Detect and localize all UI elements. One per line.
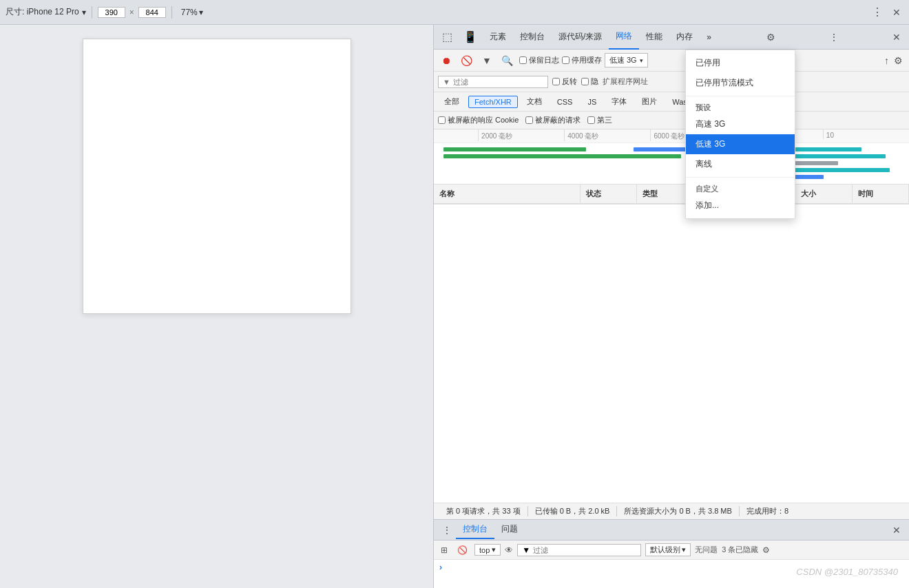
third-party-checkbox[interactable]: 第三 — [587, 115, 612, 125]
tab-performance[interactable]: 性能 — [639, 25, 669, 50]
tab-memory[interactable]: 内存 — [669, 25, 700, 50]
type-tab-img[interactable]: 图片 — [636, 94, 663, 109]
separator — [92, 6, 92, 19]
type-tab-js[interactable]: JS — [581, 96, 603, 108]
network-table: 名称 状态 类型 启动器 大小 时间 — [434, 185, 909, 503]
dropdown-offline[interactable]: 离线 — [686, 154, 795, 174]
console-tab-issues[interactable]: 问题 — [494, 521, 525, 539]
nav-gear-icon[interactable]: ⚙ — [761, 28, 781, 47]
tab-console[interactable]: 控制台 — [513, 25, 552, 50]
reverse-checkbox[interactable]: 反转 — [552, 76, 577, 87]
console-tab-dots[interactable]: ⋮ — [438, 525, 456, 536]
import-icon[interactable]: ↑ — [884, 55, 889, 66]
dropdown-disabled-throttle[interactable]: 已停用节流模式 — [686, 73, 795, 93]
dropdown-fast3g[interactable]: 高速 3G — [686, 114, 795, 134]
disable-cache-checkbox[interactable]: 停用缓存 — [562, 55, 602, 65]
status-requests: 第 0 项请求，共 33 项 — [439, 506, 528, 516]
status-bar: 第 0 项请求，共 33 项 已传输 0 B，共 2.0 kB 所选资源大小为 … — [434, 503, 909, 519]
dropdown-disabled[interactable]: 已停用 — [686, 53, 795, 73]
timeline-bars — [434, 143, 909, 185]
top-dots-menu[interactable]: ⋮ — [869, 6, 886, 19]
type-tab-font[interactable]: 字体 — [605, 94, 633, 109]
network-speed-selector[interactable]: 低速 3G ▾ — [605, 53, 648, 67]
dropdown-slow3g[interactable]: 低速 3G — [686, 134, 795, 154]
console-context-label: top — [479, 546, 490, 554]
timeline-area: 2000 毫秒 4000 毫秒 6000 毫秒 8000 毫秒 10 — [434, 129, 909, 185]
hide-data-checkbox[interactable]: 隐 — [581, 76, 598, 87]
tab-network[interactable]: 网络 — [609, 25, 639, 50]
ruler-mark-end: 10 — [823, 129, 909, 139]
console-toolbar: ⊞ 🚫 top ▾ 👁 ▼ 默认级别 ▾ 无问题 3 条已隐藏 ⚙ — [434, 540, 909, 560]
type-tab-fetch[interactable]: Fetch/XHR — [468, 96, 518, 108]
network-gear-icon[interactable]: ⚙ — [892, 53, 905, 68]
extension-url-label: 扩展程序网址 — [603, 76, 648, 87]
top-bar-right: ⋮ ✕ — [869, 6, 903, 19]
console-hidden-count: 3 条已隐藏 — [722, 545, 758, 555]
nav-inspect-icon[interactable]: ⬚ — [437, 26, 458, 48]
th-status[interactable]: 状态 — [581, 185, 637, 203]
tab-more[interactable]: » — [700, 25, 718, 50]
top-bar-left: 尺寸: iPhone 12 Pro ▾ × 77% ▾ — [6, 6, 207, 19]
dropdown-add[interactable]: 添加... — [686, 196, 795, 216]
console-filter-input[interactable] — [533, 546, 629, 554]
console-close-btn[interactable]: ✕ — [888, 525, 905, 536]
type-tab-doc[interactable]: 文档 — [521, 94, 548, 109]
console-level-label: 默认级别 — [650, 545, 680, 555]
type-tab-css[interactable]: CSS — [551, 96, 579, 108]
preserve-log-checkbox[interactable]: 保留日志 — [519, 55, 559, 65]
type-tab-all[interactable]: 全部 — [438, 94, 466, 109]
dropdown-section-disabled: 已停用 已停用节流模式 — [686, 50, 795, 96]
ruler-mark-2000: 2000 毫秒 — [478, 129, 564, 141]
console-body: › — [434, 560, 909, 588]
dropdown-section-custom: 自定义 添加... — [686, 178, 795, 218]
nav-dots-icon[interactable]: ⋮ — [824, 28, 844, 47]
record-button[interactable]: ⏺ — [438, 53, 454, 68]
preserve-log-label: 保留日志 — [529, 55, 559, 65]
filter-icon: ▼ — [443, 78, 450, 86]
tab-elements[interactable]: 元素 — [483, 25, 513, 50]
status-time: 完成用时：8 — [740, 506, 795, 516]
table-header: 名称 状态 类型 启动器 大小 时间 — [434, 185, 909, 204]
console-tab-console[interactable]: 控制台 — [456, 521, 494, 539]
zoom-selector[interactable]: 77% ▾ — [178, 6, 207, 19]
nav-close-icon[interactable]: ✕ — [887, 28, 906, 47]
reverse-label: 反转 — [562, 76, 577, 87]
network-speed-dropdown: 已停用 已停用节流模式 预设 高速 3G 低速 3G 离线 自定义 添加... — [685, 50, 795, 219]
console-clear-icon[interactable]: 🚫 — [454, 544, 470, 556]
search-button[interactable]: 🔍 — [498, 53, 516, 68]
blocked-request-checkbox[interactable]: 被屏蔽的请求 — [525, 115, 581, 125]
console-prompt: › — [439, 563, 903, 572]
timeline-bar-2 — [443, 154, 681, 158]
filter-input[interactable] — [453, 78, 536, 86]
third-party-label: 第三 — [597, 115, 612, 125]
dropdown-preset-label: 预设 — [686, 99, 795, 114]
th-name[interactable]: 名称 — [434, 185, 581, 203]
console-gear-icon[interactable]: ⚙ — [762, 545, 770, 555]
device-dropdown-icon: ▾ — [82, 8, 86, 17]
tab-sources[interactable]: 源代码/来源 — [552, 25, 609, 50]
console-context-selector[interactable]: top ▾ — [474, 544, 501, 556]
hide-data-label: 隐 — [591, 76, 598, 87]
clear-button[interactable]: 🚫 — [457, 53, 476, 68]
separator2 — [171, 6, 172, 19]
top-close-btn[interactable]: ✕ — [890, 7, 903, 18]
zoom-label: 77% — [181, 8, 198, 17]
nav-device-icon[interactable]: 📱 — [458, 26, 483, 48]
console-tabs: ⋮ 控制台 问题 ✕ — [434, 520, 909, 540]
filter-row: ▼ 反转 隐 扩展程序网址 — [434, 72, 909, 92]
console-sidebar-icon[interactable]: ⊞ — [438, 544, 450, 556]
th-size[interactable]: 大小 — [795, 185, 852, 203]
dropdown-custom-label: 自定义 — [686, 180, 795, 196]
console-eye-icon[interactable]: 👁 — [505, 545, 513, 555]
speed-label: 低速 3G — [609, 55, 637, 65]
height-input[interactable] — [138, 7, 166, 18]
th-time[interactable]: 时间 — [853, 185, 909, 203]
filter-input-container: ▼ — [438, 76, 548, 88]
filter-button[interactable]: ▼ — [479, 53, 495, 68]
device-selector[interactable]: 尺寸: iPhone 12 Pro ▾ — [6, 6, 86, 18]
blocked-response-checkbox[interactable]: 被屏蔽的响应 Cookie — [438, 115, 519, 125]
width-input[interactable] — [98, 7, 125, 18]
console-level-selector[interactable]: 默认级别 ▾ — [645, 543, 691, 556]
console-prompt-chevron[interactable]: › — [439, 563, 442, 572]
phone-preview — [83, 39, 351, 314]
